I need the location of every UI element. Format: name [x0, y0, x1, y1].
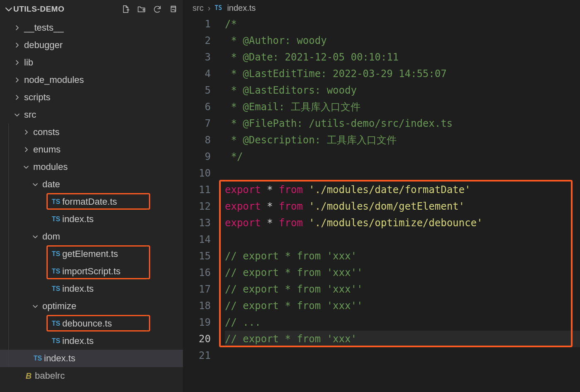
- code-line[interactable]: // export * from 'xxx'': [225, 281, 580, 298]
- chevron-right-icon[interactable]: [12, 24, 22, 31]
- ts-file-icon: TS: [50, 285, 62, 293]
- file-item[interactable]: TSformatDate.ts: [0, 193, 183, 211]
- chevron-down-icon[interactable]: [4, 5, 13, 14]
- code-line[interactable]: */: [225, 148, 580, 165]
- code-line[interactable]: [225, 347, 580, 364]
- folder-item[interactable]: scripts: [0, 89, 183, 106]
- breadcrumb[interactable]: src › TS index.ts: [183, 0, 580, 16]
- code-line[interactable]: // export * from 'xxx': [225, 248, 580, 264]
- tree-item-label: babelrc: [35, 370, 65, 381]
- file-tree[interactable]: __tests__debuggerlibnode_modulesscriptss…: [0, 18, 183, 392]
- refresh-icon[interactable]: [152, 4, 162, 14]
- folder-item[interactable]: date: [0, 176, 183, 193]
- code-token: [303, 201, 309, 212]
- line-gutter: 123456789101112131415161718192021: [183, 16, 225, 392]
- code-line[interactable]: [225, 165, 580, 181]
- code-line[interactable]: // export * from 'xxx'': [225, 298, 580, 314]
- code-token: * @LastEditTime: 2022-03-29 14:55:07: [225, 68, 447, 80]
- folder-item[interactable]: modules: [0, 158, 183, 176]
- chevron-right-icon[interactable]: [12, 94, 22, 101]
- code-token: from: [279, 217, 303, 229]
- breadcrumb-file[interactable]: index.ts: [227, 3, 256, 13]
- line-number: 9: [183, 148, 211, 165]
- folder-item[interactable]: enums: [0, 141, 183, 158]
- line-number: 10: [183, 165, 211, 181]
- file-item[interactable]: TSindex.ts: [0, 211, 183, 228]
- folder-item[interactable]: consts: [0, 123, 183, 141]
- code-line[interactable]: export * from './modules/date/formatDate…: [225, 181, 580, 198]
- code-line[interactable]: /*: [225, 16, 580, 32]
- code-token: './modules/dom/getElement': [309, 201, 465, 212]
- code-token: export: [225, 184, 261, 196]
- code-editor[interactable]: 123456789101112131415161718192021 /* * @…: [183, 16, 580, 392]
- code-line[interactable]: export * from './modules/dom/getElement': [225, 198, 580, 215]
- folder-item[interactable]: node_modules: [0, 71, 183, 89]
- breadcrumb-seg[interactable]: src: [193, 3, 204, 13]
- code-token: /*: [225, 18, 237, 30]
- folder-item[interactable]: src: [0, 106, 183, 123]
- code-token: [273, 201, 279, 212]
- chevron-down-icon[interactable]: [30, 181, 41, 188]
- new-folder-icon[interactable]: [136, 4, 146, 14]
- chevron-right-icon[interactable]: [21, 146, 32, 153]
- collapse-all-icon[interactable]: [168, 4, 178, 14]
- chevron-down-icon[interactable]: [21, 164, 32, 170]
- file-item[interactable]: TSimportScript.ts: [0, 263, 183, 280]
- chevron-down-icon[interactable]: [30, 303, 41, 310]
- ts-file-icon: TS: [50, 250, 62, 258]
- file-item[interactable]: TSindex.ts: [0, 332, 183, 350]
- code-body[interactable]: /* * @Author: woody * @Date: 2021-12-05 …: [225, 16, 580, 392]
- tree-item-label: modules: [33, 162, 68, 172]
- code-line[interactable]: [225, 231, 580, 248]
- ts-file-icon: TS: [50, 320, 62, 327]
- tree-item-label: getElement.ts: [62, 249, 118, 259]
- tree-item-label: lib: [24, 57, 33, 68]
- file-item[interactable]: Bbabelrc: [0, 367, 183, 385]
- folder-item[interactable]: lib: [0, 54, 183, 71]
- file-item[interactable]: TSindex.ts: [0, 280, 183, 298]
- line-number: 14: [183, 231, 211, 248]
- ts-file-icon: TS: [50, 337, 62, 345]
- folder-item[interactable]: debugger: [0, 36, 183, 54]
- chevron-down-icon[interactable]: [30, 233, 41, 240]
- code-token: // export * from 'xxx'': [225, 300, 363, 312]
- folder-item[interactable]: dom: [0, 228, 183, 245]
- file-item[interactable]: TSgetElement.ts: [0, 245, 183, 263]
- code-line[interactable]: * @Email: 工具库入口文件: [225, 99, 580, 115]
- folder-item[interactable]: __tests__: [0, 19, 183, 36]
- folder-item[interactable]: optimize: [0, 298, 183, 315]
- code-line[interactable]: // ...: [225, 314, 580, 331]
- file-item[interactable]: TSindex.ts: [0, 350, 183, 367]
- line-number: 17: [183, 281, 211, 298]
- chevron-right-icon: ›: [208, 3, 211, 13]
- chevron-right-icon[interactable]: [12, 77, 22, 83]
- line-number: 20: [183, 331, 211, 347]
- code-line[interactable]: // export * from 'xxx'': [225, 264, 580, 281]
- code-line[interactable]: * @Date: 2021-12-05 00:10:11: [225, 49, 580, 65]
- line-number: 2: [183, 32, 211, 49]
- project-title: UTILS-DEMO: [13, 5, 121, 14]
- code-line[interactable]: * @LastEditTime: 2022-03-29 14:55:07: [225, 65, 580, 82]
- code-line[interactable]: * @LastEditors: woody: [225, 82, 580, 99]
- line-number: 12: [183, 198, 211, 215]
- ts-file-icon: TS: [50, 268, 62, 275]
- chevron-down-icon[interactable]: [12, 111, 22, 118]
- code-token: // ...: [225, 317, 261, 328]
- chevron-right-icon[interactable]: [12, 59, 22, 66]
- code-line[interactable]: * @FilePath: /utils-demo/src/index.ts: [225, 115, 580, 132]
- tree-item-label: importScript.ts: [62, 266, 121, 277]
- code-line[interactable]: export * from './modules/optimize/deboun…: [225, 215, 580, 231]
- code-line[interactable]: // export * from 'xxx': [225, 331, 580, 347]
- code-token: [261, 184, 267, 196]
- new-file-icon[interactable]: [121, 4, 131, 14]
- code-token: * @Author: woody: [225, 35, 327, 46]
- chevron-right-icon[interactable]: [12, 42, 22, 48]
- babel-file-icon: B: [22, 371, 35, 381]
- tree-item-label: node_modules: [24, 75, 84, 85]
- code-line[interactable]: * @Author: woody: [225, 32, 580, 49]
- tree-item-label: optimize: [42, 301, 76, 312]
- code-line[interactable]: * @Description: 工具库入口文件: [225, 132, 580, 148]
- file-item[interactable]: TSdebounce.ts: [0, 315, 183, 332]
- chevron-right-icon[interactable]: [21, 129, 32, 136]
- explorer-header: UTILS-DEMO: [0, 0, 183, 18]
